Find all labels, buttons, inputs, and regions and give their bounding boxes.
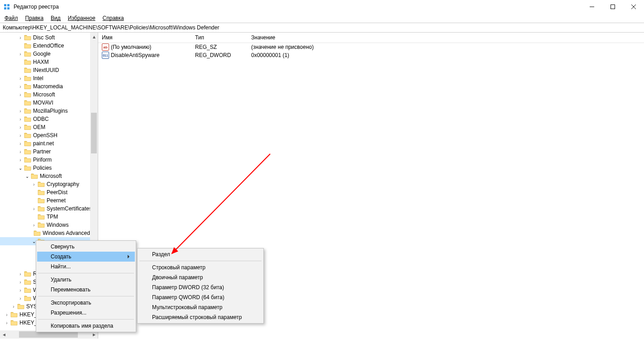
ctx-copy-key-name[interactable]: Копировать имя раздела: [37, 321, 135, 331]
col-name[interactable]: Имя: [98, 33, 191, 43]
ctx-new-multistring[interactable]: Мультистроковый параметр: [138, 302, 262, 312]
scroll-thumb[interactable]: [91, 113, 97, 153]
chevron-right-icon[interactable]: ›: [17, 124, 24, 130]
ctx-new-qword[interactable]: Параметр QWORD (64 бита): [138, 292, 262, 302]
ctx-new-string[interactable]: Строковый параметр: [138, 263, 262, 272]
list-row[interactable]: ab(По умолчанию)REG_SZ(значение не присв…: [98, 43, 644, 51]
col-type[interactable]: Тип: [191, 33, 248, 43]
tree-item[interactable]: ⌄Microsoft: [0, 172, 98, 180]
ctx-separator: [38, 273, 134, 273]
tree-item[interactable]: ›Microsoft: [0, 91, 98, 99]
tree-item[interactable]: ›ODBC: [0, 115, 98, 123]
chevron-down-icon[interactable]: ⌄: [24, 173, 30, 179]
tree-item[interactable]: INextUUID: [0, 66, 98, 74]
tree-item[interactable]: TPM: [0, 213, 98, 221]
tree-item[interactable]: ›Cryptography: [0, 180, 98, 188]
app-icon: [4, 3, 11, 10]
tree-item[interactable]: MOVAVI: [0, 99, 98, 107]
chevron-right-icon[interactable]: ›: [17, 108, 24, 114]
ctx-permissions[interactable]: Разрешения...: [37, 308, 135, 318]
tree-item[interactable]: ›MozillaPlugins: [0, 107, 98, 115]
chevron-right-icon[interactable]: ›: [17, 140, 24, 147]
ctx-export[interactable]: Экспортировать: [37, 298, 135, 308]
ctx-find[interactable]: Найти...: [37, 262, 135, 272]
chevron-down-icon[interactable]: ⌄: [17, 165, 24, 171]
chevron-right-icon[interactable]: ›: [17, 271, 24, 277]
tree-item[interactable]: HAXM: [0, 58, 98, 66]
tree-item[interactable]: ›Piriform: [0, 156, 98, 164]
folder-icon: [24, 108, 31, 114]
ctx-delete[interactable]: Удалить: [37, 275, 135, 285]
chevron-right-icon[interactable]: ›: [31, 205, 37, 212]
close-button[interactable]: [623, 0, 644, 14]
chevron-right-icon[interactable]: ›: [31, 181, 37, 187]
tree-item[interactable]: ›paint.net: [0, 139, 98, 148]
chevron-right-icon[interactable]: ›: [17, 83, 24, 90]
tree-item[interactable]: ›SystemCertificates: [0, 205, 98, 213]
maximize-button[interactable]: [602, 0, 623, 14]
tree-item[interactable]: ›Google: [0, 50, 98, 58]
ctx-collapse[interactable]: Свернуть: [37, 242, 135, 252]
tree-item[interactable]: PeerDist: [0, 188, 98, 196]
tree-item[interactable]: ›Windows: [0, 221, 98, 229]
ctx-create[interactable]: Создать: [37, 252, 135, 262]
chevron-right-icon[interactable]: ›: [17, 51, 24, 57]
folder-icon: [24, 83, 31, 90]
tree-item[interactable]: Peernet: [0, 196, 98, 205]
chevron-right-icon[interactable]: ›: [17, 91, 24, 98]
menu-file[interactable]: Файл: [5, 15, 18, 21]
chevron-right-icon[interactable]: ›: [4, 320, 10, 326]
ctx-separator: [38, 296, 134, 296]
menu-view[interactable]: Вид: [51, 15, 61, 21]
chevron-right-icon[interactable]: ›: [17, 132, 24, 138]
value-type: REG_DWORD: [191, 52, 248, 58]
tree-item-label: ExtendOffice: [33, 43, 64, 49]
folder-icon: [24, 148, 31, 155]
ctx-new-key[interactable]: Раздел: [138, 249, 262, 259]
chevron-right-icon[interactable]: ›: [17, 148, 24, 155]
scroll-up-icon[interactable]: ▴: [90, 33, 98, 40]
folder-icon: [10, 320, 18, 326]
tree-item[interactable]: ›Macromedia: [0, 82, 98, 91]
list-row[interactable]: 011DisableAntiSpywareREG_DWORD0x00000001…: [98, 51, 644, 59]
tree-item[interactable]: ›Disc Soft: [0, 33, 98, 42]
minimize-button[interactable]: [582, 0, 602, 14]
value-data: 0x00000001 (1): [248, 52, 644, 58]
tree-item-label: paint.net: [33, 140, 54, 147]
tree-item-label: Microsoft: [40, 173, 62, 179]
chevron-right-icon[interactable]: ›: [17, 295, 24, 301]
address-bar[interactable]: Компьютер\HKEY_LOCAL_MACHINE\SOFTWARE\Po…: [0, 23, 644, 33]
tree-item[interactable]: ⌄Policies: [0, 164, 98, 172]
ctx-rename[interactable]: Переименовать: [37, 285, 135, 295]
chevron-right-icon[interactable]: ›: [4, 311, 10, 318]
chevron-right-icon[interactable]: ›: [17, 34, 24, 41]
tree-item[interactable]: Windows Advanced Th: [0, 229, 98, 237]
menu-edit[interactable]: Правка: [25, 15, 44, 21]
chevron-right-icon[interactable]: ›: [17, 75, 24, 81]
tree-item-label: PeerDist: [47, 189, 67, 196]
tree-item[interactable]: ›Intel: [0, 74, 98, 82]
list-header: Имя Тип Значение: [98, 33, 644, 43]
svg-rect-0: [4, 4, 6, 6]
ctx-new-expandstring[interactable]: Расширяемый строковый параметр: [138, 312, 262, 322]
scroll-left-icon[interactable]: ◂: [0, 330, 8, 339]
spacer-icon: [31, 230, 33, 236]
chevron-right-icon[interactable]: ›: [31, 222, 37, 228]
menu-help[interactable]: Справка: [103, 15, 124, 21]
ctx-new-binary[interactable]: Двоичный параметр: [138, 272, 262, 282]
chevron-right-icon[interactable]: ›: [10, 303, 17, 310]
ctx-new-dword[interactable]: Параметр DWORD (32 бита): [138, 282, 262, 292]
tree-item[interactable]: ›OEM: [0, 123, 98, 131]
chevron-right-icon[interactable]: ›: [17, 157, 24, 163]
menu-favorites[interactable]: Избранное: [68, 15, 95, 21]
chevron-right-icon[interactable]: ›: [17, 287, 24, 293]
tree-item[interactable]: ExtendOffice: [0, 42, 98, 50]
chevron-right-icon[interactable]: ›: [17, 116, 24, 122]
folder-icon: [33, 230, 41, 236]
col-data[interactable]: Значение: [248, 33, 644, 43]
tree-item[interactable]: ›OpenSSH: [0, 131, 98, 139]
scroll-thumb-h[interactable]: [19, 331, 78, 338]
chevron-right-icon[interactable]: ›: [17, 279, 24, 285]
tree-item[interactable]: ›Partner: [0, 148, 98, 156]
value-name: (По умолчанию): [111, 44, 151, 50]
